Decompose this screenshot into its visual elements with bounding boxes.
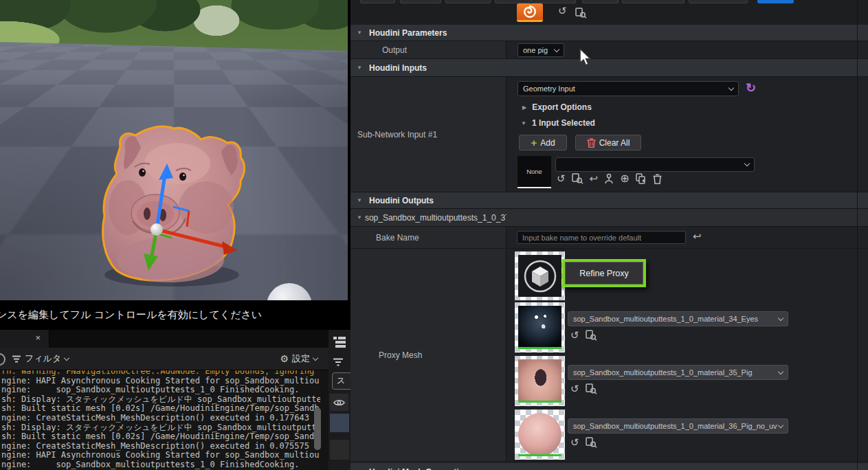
material-thumbnail-pig-no-uv[interactable]: [515, 410, 565, 460]
chevron-down-icon: [778, 315, 783, 320]
toolbar-button[interactable]: [360, 0, 395, 3]
chevron-down-icon: [778, 422, 783, 427]
delete-input-icon[interactable]: [653, 174, 662, 184]
material-thumbnail-eyes[interactable]: [515, 302, 565, 352]
log-tab[interactable]: ×: [0, 330, 49, 348]
search-box-clipped[interactable]: ス: [332, 372, 350, 390]
clear-all-button[interactable]: Clear All: [575, 135, 641, 150]
proxy-mesh-thumbnail[interactable]: [515, 251, 565, 300]
subnetwork-input-label: Sub-Network Input #1: [357, 130, 437, 139]
section-title: Houdini Inputs: [369, 63, 427, 73]
primary-action-button[interactable]: [757, 0, 794, 3]
log-message-list[interactable]: rn: Warning: FNavigationOctree::AddNode:…: [0, 370, 320, 470]
input-object-thumbnail[interactable]: None: [518, 156, 551, 188]
output-label: Output: [382, 45, 407, 55]
output-dropdown[interactable]: one pig: [518, 43, 564, 57]
recook-input-icon[interactable]: ↻: [746, 82, 756, 93]
chevron-down-icon: [64, 355, 69, 360]
filter-lines-icon[interactable]: [333, 357, 344, 367]
reset-bake-name-icon[interactable]: ↩: [693, 231, 702, 242]
section-houdini-mesh-generation[interactable]: ▼ Houdini Mesh Generation: [350, 463, 868, 470]
toolbar-button[interactable]: [445, 0, 491, 3]
use-selection-icon[interactable]: ↺: [570, 330, 579, 341]
browse-icon[interactable]: [586, 330, 597, 341]
gear-icon: ⚙: [280, 353, 289, 364]
log-line: sh: Built static mesh [0.02s] /Game/Houd…: [1, 432, 320, 442]
row-bake-name: Bake Name ↩: [350, 227, 868, 249]
toolbar-button[interactable]: [622, 0, 685, 3]
log-line: ngine: sop_Sandbox_multioutputtests_1_0 …: [1, 385, 320, 395]
add-input-button[interactable]: + Add: [519, 135, 567, 150]
log-line: ngine: CreateStaticMesh_MeshDescription(…: [1, 442, 320, 451]
use-selection-icon[interactable]: ↺: [570, 383, 579, 394]
output-asset-group[interactable]: ▼ sop_Sandbox_multioutputtests_1_0_37_: [350, 209, 868, 227]
log-line: sh: Display: スタティックメッシュをビルド中 sop_Sandbox…: [1, 423, 320, 433]
log-settings-button[interactable]: ⚙ 設定: [280, 352, 318, 365]
triangle-down-icon: ▼: [357, 65, 366, 71]
input-type-dropdown[interactable]: Geometry Input: [518, 81, 739, 96]
inputs-selected-expander[interactable]: ▼ 1 Input Selected: [521, 118, 595, 128]
filter-lines-icon: [12, 355, 21, 363]
log-line: ngine: HAPI Asynchronous Cooking Started…: [1, 451, 320, 460]
triangle-right-icon: ▶: [522, 104, 526, 111]
section-houdini-outputs[interactable]: ▼ Houdini Outputs: [350, 192, 868, 209]
bake-name-input[interactable]: [517, 231, 686, 244]
browse-icon[interactable]: [572, 173, 583, 184]
export-options-expander[interactable]: ▶ Export Options: [522, 102, 592, 112]
static-mesh-cube-icon: [522, 258, 558, 294]
section-title: Houdini Outputs: [369, 196, 434, 205]
material-actions: ↺: [570, 437, 597, 448]
viewport-3d[interactable]: [0, 0, 348, 300]
select-actor-icon[interactable]: [604, 173, 614, 184]
log-tab-bar: ×: [0, 330, 329, 348]
log-line: sh: Display: スタティックメッシュをビルド中 sop_Sandbox…: [1, 395, 320, 405]
undo-icon[interactable]: ↩: [590, 173, 599, 184]
material-thumbnail-pig[interactable]: [515, 356, 565, 406]
material-dropdown-pig-no-uv[interactable]: sop_Sandbox_multioutputtests_1_0_materia…: [568, 418, 788, 434]
log-line: ngine: sop_Sandbox_multioutputtests_1_0 …: [1, 460, 320, 470]
outliner-list-icon[interactable]: [333, 336, 346, 348]
log-scrollbar[interactable]: [314, 407, 321, 450]
log-line: sh: Built static mesh [0.02s] /Game/Houd…: [1, 404, 320, 414]
plus-icon: +: [531, 137, 537, 148]
close-icon[interactable]: ×: [35, 333, 41, 343]
filter-label: フィルタ: [25, 352, 61, 365]
use-selection-icon[interactable]: ↺: [570, 437, 579, 448]
search-icon[interactable]: [0, 353, 5, 366]
triangle-down-icon: ▼: [357, 197, 366, 203]
recook-icon[interactable]: ↺: [558, 5, 567, 16]
details-panel: ↺ ▼ Houdini Parameters Output one pig ▼: [350, 0, 868, 470]
material-dropdown-eyes[interactable]: sop_Sandbox_multioutputtests_1_0_materia…: [568, 311, 788, 326]
refine-proxy-button[interactable]: Refine Proxy: [565, 262, 643, 284]
selected-swatch[interactable]: [330, 414, 349, 432]
trash-icon: [587, 138, 596, 148]
section-title: Houdini Mesh Generation: [369, 467, 469, 470]
swatch[interactable]: [330, 440, 349, 460]
eye-icon: [333, 399, 345, 407]
material-dropdown-pig[interactable]: sop_Sandbox_multioutputtests_1_0_materia…: [568, 365, 788, 380]
chevron-down-icon: [554, 46, 559, 52]
browse-icon[interactable]: [586, 437, 597, 448]
pig-static-mesh[interactable]: [0, 0, 348, 300]
asset-group-title: sop_Sandbox_multioutputtests_1_0_37_: [365, 213, 507, 223]
browse-icon[interactable]: [586, 383, 597, 394]
toolbar-button[interactable]: [689, 0, 748, 3]
input-object-dropdown[interactable]: [555, 157, 755, 172]
section-houdini-inputs[interactable]: ▼ Houdini Inputs: [350, 59, 868, 77]
log-line: ngine: CreateStaticMesh_MeshDescription(…: [1, 414, 320, 423]
section-title: Houdini Parameters: [369, 28, 447, 38]
use-selection-icon[interactable]: ↺: [557, 173, 566, 184]
toolbar-button[interactable]: [582, 0, 619, 3]
expand-icon[interactable]: ⊕: [620, 173, 629, 184]
duplicate-icon[interactable]: [636, 173, 647, 184]
browse-icon[interactable]: [575, 8, 587, 19]
gizmo-center[interactable]: [151, 223, 163, 236]
log-filter-button[interactable]: フィルタ: [12, 352, 69, 365]
log-toolbar: フィルタ ⚙ 設定: [0, 348, 329, 370]
toolbar-button[interactable]: [400, 0, 441, 3]
chevron-down-icon: [728, 85, 734, 90]
visibility-toggle[interactable]: [330, 394, 348, 411]
houdini-logo-icon[interactable]: [517, 3, 543, 22]
section-houdini-parameters[interactable]: ▼ Houdini Parameters: [350, 25, 868, 41]
unreal-editor: ンスを編集してフル コントロールを有効にしてください × フィルタ ⚙ 設定: [0, 0, 868, 470]
